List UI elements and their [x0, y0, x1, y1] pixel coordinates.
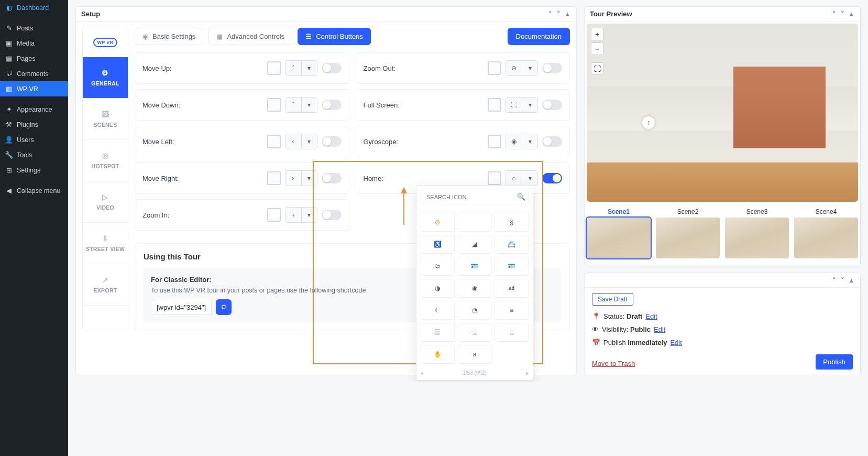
icon-option-accusoft[interactable]: ◢	[458, 235, 492, 254]
icon-option-adn[interactable]: ◉	[458, 279, 492, 298]
caret-up-icon[interactable]: ▴	[848, 10, 855, 18]
icon-select[interactable]: ›▾	[285, 170, 317, 186]
vtab-general[interactable]: ⚙GENERAL	[83, 57, 128, 99]
edit-publish-date-link[interactable]: Edit	[670, 339, 682, 346]
icon-option-address-card[interactable]: 🪪	[458, 257, 492, 276]
tab-advanced-controls[interactable]: ▦Advanced Controls	[208, 28, 292, 45]
vtab-scenes[interactable]: 🖼SCENES	[83, 99, 128, 140]
icon-select[interactable]: ˅▾	[285, 97, 317, 113]
edit-status-link[interactable]: Edit	[645, 312, 657, 320]
icon-option-none[interactable]: ⊘	[421, 213, 455, 232]
toggle-switch[interactable]	[542, 63, 562, 73]
chevron-down-icon[interactable]: ▾	[522, 171, 537, 186]
caret-up-icon[interactable]: ▴	[564, 10, 571, 18]
icon-option-amazon[interactable]: a	[458, 345, 492, 364]
icon-option-ad[interactable]: ad	[495, 279, 529, 298]
toggle-switch[interactable]	[322, 136, 342, 147]
toggle-switch[interactable]	[322, 210, 342, 220]
chevron-down-icon[interactable]: ▾	[301, 134, 317, 149]
publish-button[interactable]: Publish	[816, 354, 853, 370]
save-draft-button[interactable]: Save Draft	[592, 293, 633, 306]
nav-pages[interactable]: ▤Pages	[0, 51, 68, 66]
icon-option-align-center[interactable]: ≡	[495, 301, 529, 320]
scene-thumb[interactable]: Scene4	[794, 208, 858, 258]
icon-option-address-book-o[interactable]: 🗂	[421, 257, 455, 276]
icon-select[interactable]: ˄▾	[285, 60, 317, 76]
nav-users[interactable]: 👤Users	[0, 132, 68, 147]
chevron-down-icon[interactable]: ▾	[522, 97, 537, 112]
icon-option-accessible[interactable]: ♿	[421, 235, 455, 254]
nav-wpvr[interactable]: ▥WP VR	[0, 81, 68, 96]
chevron-down-icon[interactable]: ▾	[301, 208, 317, 222]
nav-media[interactable]: ▣Media	[0, 36, 68, 51]
nav-comments[interactable]: 🗩Comments	[0, 66, 68, 81]
hotspot-marker[interactable]: ↑	[642, 116, 655, 129]
toggle-switch[interactable]	[542, 100, 562, 110]
scene-thumb[interactable]: Scene2	[656, 208, 720, 258]
nav-plugins[interactable]: ⚒Plugins	[0, 117, 68, 132]
nav-dashboard[interactable]: ◐Dashboard	[0, 0, 68, 15]
chevron-down-icon[interactable]: ▾	[522, 134, 537, 149]
vtab-video[interactable]: ▷VIDEO	[83, 181, 128, 223]
zoom-out-button[interactable]: −	[591, 42, 603, 55]
icon-option-algolia[interactable]: ◔	[458, 301, 492, 320]
icon-search-input[interactable]	[421, 190, 529, 204]
edit-visibility-link[interactable]: Edit	[654, 325, 665, 333]
chevron-down-icon[interactable]: ▾	[301, 171, 317, 186]
scene-thumb[interactable]: Scene3	[725, 208, 789, 258]
icon-select[interactable]: ◉▾	[506, 134, 538, 149]
color-swatch[interactable]	[488, 171, 501, 185]
toggle-switch[interactable]	[542, 136, 562, 147]
icon-select[interactable]: ⛶▾	[506, 97, 538, 113]
chevron-up-icon[interactable]: ˄	[831, 10, 838, 18]
chevron-down-icon[interactable]: ▾	[301, 97, 317, 112]
vtab-streetview[interactable]: ⇩STREET VIEW	[83, 223, 128, 264]
color-swatch[interactable]	[267, 135, 281, 148]
icon-option-adjust[interactable]: ◑	[421, 279, 455, 298]
color-swatch[interactable]	[267, 171, 281, 185]
picker-next[interactable]: ▸	[526, 370, 529, 376]
nav-appearance[interactable]: ✦Appearance	[0, 102, 68, 117]
copy-shortcode-button[interactable]: ⧉	[216, 299, 232, 315]
caret-up-icon[interactable]: ▴	[848, 276, 855, 284]
icon-select[interactable]: ⊖▾	[506, 60, 538, 76]
color-swatch[interactable]	[267, 61, 281, 75]
color-swatch[interactable]	[488, 61, 501, 75]
zoom-in-button[interactable]: +	[591, 28, 603, 40]
chevron-down-icon[interactable]: ˅	[555, 10, 562, 18]
tab-control-buttons[interactable]: ☰Control Buttons	[298, 28, 371, 45]
color-swatch[interactable]	[488, 135, 501, 148]
fullscreen-button[interactable]: ⛶	[591, 62, 603, 75]
icon-option-align-justify[interactable]: ☰	[421, 323, 455, 342]
picker-prev[interactable]: ◂	[421, 370, 423, 376]
icon-select[interactable]: ＋▾	[285, 207, 317, 223]
nav-collapse[interactable]: ◀Collapse menu	[0, 183, 68, 198]
icon-option-align-right[interactable]: ≣	[495, 323, 529, 342]
toggle-switch[interactable]	[322, 63, 342, 73]
panorama-preview[interactable]: + − ⛶ ↑	[587, 24, 858, 202]
color-swatch[interactable]	[267, 98, 281, 112]
toggle-switch[interactable]	[322, 100, 342, 110]
icon-select[interactable]: ⌂▾	[506, 170, 538, 186]
chevron-down-icon[interactable]: ˅	[839, 10, 846, 18]
nav-settings[interactable]: ⊞Settings	[0, 162, 68, 178]
chevron-down-icon[interactable]: ▾	[522, 61, 537, 75]
vtab-export[interactable]: ↗EXPORT	[83, 264, 128, 306]
scene-thumb[interactable]: Scene1	[587, 208, 651, 258]
icon-option-align-left[interactable]: ≣	[458, 323, 492, 342]
icon-option-address-book[interactable]: 📇	[495, 235, 529, 254]
icon-option-blank[interactable]	[458, 213, 492, 232]
icon-picker-dropdown[interactable]: 🔍 ⊘ § ♿ ◢ 📇 🗂 🪪 🪪 ◑ ◉ ad ☾ ◔ ≡ ☰ ≣ ≣	[416, 185, 533, 381]
icon-option-address-card-o[interactable]: 🪪	[495, 257, 529, 276]
nav-posts[interactable]: ✎Posts	[0, 20, 68, 36]
color-swatch[interactable]	[488, 98, 501, 112]
chevron-down-icon[interactable]: ˅	[839, 276, 846, 284]
documentation-button[interactable]: Documentation	[508, 28, 570, 45]
vtab-hotspot[interactable]: ◎HOTSPOT	[83, 140, 128, 181]
toggle-switch[interactable]	[542, 173, 562, 183]
icon-option-500px[interactable]: §	[495, 213, 529, 232]
tab-basic-settings[interactable]: ◉Basic Settings	[135, 28, 203, 45]
color-swatch[interactable]	[267, 208, 281, 222]
move-to-trash-link[interactable]: Move to Trash	[592, 360, 635, 367]
chevron-up-icon[interactable]: ˄	[547, 10, 554, 18]
